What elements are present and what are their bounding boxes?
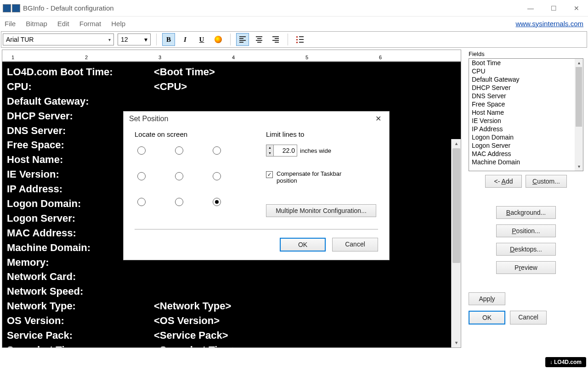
chevron-down-icon: ▾ [144,36,147,43]
dialog-body: Locate on screen Limit lines to ▲▼ inche… [124,126,389,260]
list-item[interactable]: IE Version [469,117,583,125]
ok-button[interactable]: OK [469,311,505,324]
align-right-button[interactable] [269,33,282,46]
maximize-button[interactable]: ☐ [542,0,565,17]
compensate-label: Compensate for Taskbar position [277,170,345,184]
align-center-icon [256,36,262,43]
dialog-ok-button[interactable]: OK [280,238,326,252]
background-button[interactable]: Background... [496,206,556,219]
list-item[interactable]: IP Address [469,125,583,133]
font-value: Arial TUR [6,36,34,43]
position-radio-7[interactable] [175,198,183,206]
desktops-button[interactable]: Desktops... [496,243,556,256]
preview-button[interactable]: Preview [496,261,556,274]
list-item[interactable]: Machine Domain [469,158,583,166]
line-label: Network Speed: [7,284,154,299]
scroll-down-icon[interactable]: ▾ [452,338,461,347]
position-radio-2[interactable] [213,146,221,155]
align-left-icon [239,36,246,43]
position-button[interactable]: Position... [496,224,556,237]
position-radio-0[interactable] [137,146,146,155]
position-radio-4[interactable] [175,172,183,180]
menu-file[interactable]: File [5,20,16,28]
position-radio-grid [135,145,238,221]
fields-buttons: <- Add Custom... [469,175,583,188]
editor-line: Snapshot Time:<Snapshot Time> [7,343,456,348]
list-item[interactable]: DNS Server [469,92,583,100]
editor-line: Default Gateway: [7,94,456,109]
close-button[interactable]: ✕ [565,0,588,17]
multi-monitor-button[interactable]: Multiple Monitor Configuration... [266,204,376,217]
list-item[interactable]: Logon Server [469,141,583,150]
italic-button[interactable]: I [179,33,192,46]
scroll-thumb[interactable] [452,148,460,263]
size-combo[interactable]: 12 ▾ [118,34,151,45]
limit-suffix: inches wide [300,147,331,154]
line-value: <Service Pack> [154,328,228,343]
menu-help[interactable]: Help [111,20,125,28]
locate-section: Locate on screen [135,130,238,221]
limit-spinner[interactable]: ▲▼ [266,145,297,157]
spinner-down-icon[interactable]: ▼ [266,151,273,156]
position-radio-3[interactable] [137,172,146,180]
menu-format[interactable]: Format [79,20,102,28]
app-icons [3,4,20,12]
custom-button[interactable]: Custom... [526,175,567,188]
list-item[interactable]: MAC Address [469,150,583,158]
editor-line: OS Version:<OS Version> [7,313,456,328]
watermark: ↓ LO4D.com [545,357,586,367]
fields-label: Fields [469,50,583,57]
apply-button[interactable]: Apply [469,292,505,305]
fields-scrollbar[interactable]: ▴ ▾ [575,59,583,171]
menubar: File Bitmap Edit Format Help www.sysinte… [0,17,588,30]
scroll-down-icon[interactable]: ▾ [575,162,583,171]
line-label: OS Version: [7,313,154,328]
color-button[interactable] [212,33,225,46]
line-label: CPU: [7,79,154,94]
line-value: <Boot Time> [154,65,215,79]
dialog-cancel-button[interactable]: Cancel [332,238,378,252]
locate-label: Locate on screen [135,130,238,138]
list-item[interactable]: Host Name [469,108,583,117]
bold-button[interactable]: B [162,33,175,46]
list-item[interactable]: DHCP Server [469,84,583,92]
editor-scrollbar[interactable]: ▴ ▾ [451,139,461,347]
scroll-up-icon[interactable]: ▴ [452,139,461,148]
menu-bitmap[interactable]: Bitmap [26,20,47,28]
list-item[interactable]: CPU [469,67,583,75]
line-value: <CPU> [154,79,187,94]
compensate-checkbox[interactable]: ✓ [266,171,273,178]
separator [288,34,288,45]
align-center-button[interactable] [253,33,266,46]
ruler-mark: 6 [379,55,382,60]
bullets-button[interactable] [294,33,306,46]
list-item[interactable]: Boot Time [469,59,583,67]
ruler[interactable]: 123456 [2,50,461,62]
align-left-button[interactable] [236,33,249,46]
list-item[interactable]: Free Space [469,100,583,108]
minimize-button[interactable]: — [519,0,542,17]
font-combo[interactable]: Arial TUR ▾ [3,34,114,45]
sysinternals-link[interactable]: www.sysinternals.com [515,20,583,28]
position-radio-8[interactable] [213,198,221,206]
list-item[interactable]: Logon Domain [469,133,583,141]
line-label: Service Pack: [7,328,154,343]
position-radio-5[interactable] [213,172,221,180]
cancel-button[interactable]: Cancel [510,311,547,324]
set-position-dialog: Set Position ✕ Locate on screen Limit li… [123,111,390,260]
position-radio-1[interactable] [175,146,183,155]
fields-list[interactable]: Boot TimeCPUDefault GatewayDHCP ServerDN… [469,58,583,171]
line-label: Network Card: [7,269,154,284]
limit-input[interactable] [274,145,297,156]
compensate-row[interactable]: ✓ Compensate for Taskbar position [266,170,376,184]
menu-edit[interactable]: Edit [57,20,69,28]
position-radio-6[interactable] [137,198,146,206]
scroll-up-icon[interactable]: ▴ [575,59,583,67]
spinner-up-icon[interactable]: ▲ [266,145,273,151]
scroll-thumb[interactable] [576,67,582,127]
underline-button[interactable]: U [195,33,208,46]
dialog-close-button[interactable]: ✕ [373,114,384,123]
list-item[interactable]: Default Gateway [469,75,583,84]
add-button[interactable]: <- Add [485,175,522,188]
limit-section: Limit lines to ▲▼ inches wide ✓ Compensa… [266,130,376,221]
